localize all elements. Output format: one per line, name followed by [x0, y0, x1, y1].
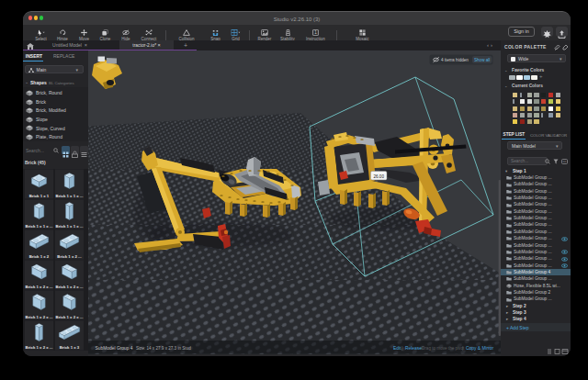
- svg-text:|: |: [401, 346, 402, 351]
- svg-text:Brick 1 x 2 x ...: Brick 1 x 2 x ...: [26, 345, 53, 350]
- svg-text:Brick 1 x 1 x ...: Brick 1 x 1 x ...: [56, 224, 84, 229]
- svg-text:4 items hidden: 4 items hidden: [441, 58, 469, 62]
- svg-text:Release: Release: [405, 346, 422, 351]
- svg-text:Show all: Show all: [474, 58, 490, 62]
- svg-text:Brick 1 x 1: Brick 1 x 1: [29, 194, 50, 198]
- svg-text:cc: cc: [562, 160, 566, 163]
- svg-text:26.00: 26.00: [373, 174, 384, 179]
- svg-text:Brick 1 x 1 x ...: Brick 1 x 1 x ...: [56, 194, 84, 198]
- svg-text:Brick 1 x 1 x ...: Brick 1 x 1 x ...: [26, 224, 53, 229]
- svg-text:1: 1: [314, 30, 317, 35]
- svg-text:Brick 1 x 2 x ...: Brick 1 x 2 x ...: [56, 315, 84, 319]
- svg-text:Size: 14 x 27.9 x 27.3 in Stud: Size: 14 x 27.9 x 27.3 in Stud: [136, 346, 191, 351]
- svg-text:Brick 1 x 3: Brick 1 x 3: [60, 345, 80, 350]
- svg-text:Drag to move the pivot: Drag to move the pivot: [422, 346, 465, 351]
- svg-text:Brick 1 x 2 ...: Brick 1 x 2 ...: [57, 254, 81, 259]
- svg-text:Brick 1 x 2 x ...: Brick 1 x 2 x ...: [26, 315, 53, 319]
- svg-text:Brick 1 x 2: Brick 1 x 2: [29, 254, 50, 259]
- svg-text:SubModel Group 4: SubModel Group 4: [96, 346, 133, 351]
- svg-text:Brick 1 x 2 x ...: Brick 1 x 2 x ...: [26, 285, 53, 289]
- svg-text:|: |: [462, 346, 463, 351]
- svg-text:Edit: Edit: [393, 346, 401, 351]
- svg-text:Brick 1 x 2 x ...: Brick 1 x 2 x ...: [56, 285, 84, 289]
- svg-text:Copy & Mirror: Copy & Mirror: [466, 346, 494, 351]
